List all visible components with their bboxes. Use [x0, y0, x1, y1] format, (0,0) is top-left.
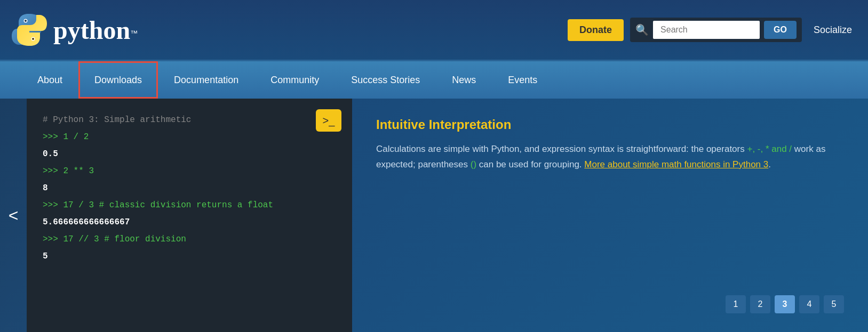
page-button-1[interactable]: 1: [726, 295, 746, 313]
page-button-5[interactable]: 5: [824, 295, 844, 313]
nav-item-documentation[interactable]: Documentation: [158, 61, 254, 99]
nav-item-about[interactable]: About: [21, 61, 78, 99]
code-line-4: >>> 2 ** 3: [43, 165, 336, 177]
code-line-8: >>> 17 // 3 # floor division: [43, 233, 336, 246]
panel-link[interactable]: More about simple math functions in Pyth…: [584, 159, 768, 169]
header-right: Donate 🔍 GO Socialize: [568, 18, 857, 42]
terminal-button[interactable]: >_: [316, 109, 341, 132]
socialize-button[interactable]: Socialize: [808, 20, 857, 40]
panel-parens: (): [471, 159, 476, 169]
panel-title: Intuitive Interpretation: [376, 117, 844, 132]
panel-description: Calculations are simple with Python, and…: [376, 142, 844, 173]
page-button-4[interactable]: 4: [799, 295, 819, 313]
main-content: < >_ # Python 3: Simple arithmetic >>> 1…: [0, 99, 868, 332]
code-panel: >_ # Python 3: Simple arithmetic >>> 1 /…: [27, 99, 352, 332]
search-icon: 🔍: [635, 23, 649, 36]
nav-item-success-stories[interactable]: Success Stories: [335, 61, 436, 99]
info-panel: Intuitive Interpretation Calculations ar…: [352, 99, 868, 332]
svg-point-1: [25, 20, 27, 22]
page-button-3[interactable]: 3: [775, 295, 795, 313]
code-line-9: 5: [43, 250, 336, 263]
left-arrow-button[interactable]: <: [0, 99, 27, 332]
go-button[interactable]: GO: [764, 21, 797, 39]
donate-button[interactable]: Donate: [568, 19, 624, 41]
nav-item-news[interactable]: News: [436, 61, 492, 99]
code-line-5: 8: [43, 182, 336, 195]
pagination: 1 2 3 4 5: [376, 295, 844, 313]
svg-point-3: [32, 38, 34, 40]
header: python™ Donate 🔍 GO Socialize: [0, 0, 868, 61]
search-input[interactable]: [653, 21, 760, 39]
logo-area: python™: [11, 11, 138, 48]
code-line-6: >>> 17 / 3 # classic division returns a …: [43, 199, 336, 212]
search-area: 🔍 GO: [630, 18, 802, 42]
nav-item-downloads[interactable]: Downloads: [78, 61, 158, 99]
page-button-2[interactable]: 2: [750, 295, 770, 313]
nav-item-community[interactable]: Community: [254, 61, 335, 99]
python-logo-icon: [11, 11, 48, 48]
panel-text-3: can be used for grouping.: [476, 159, 584, 169]
nav-item-events[interactable]: Events: [492, 61, 553, 99]
panel-operators: +, -, * and /: [747, 144, 792, 154]
nav-bar: About Downloads Documentation Community …: [0, 61, 868, 99]
panel-text-1: Calculations are simple with Python, and…: [376, 144, 747, 154]
code-line-1: # Python 3: Simple arithmetic: [43, 114, 336, 126]
code-line-7: 5.666666666666667: [43, 216, 336, 229]
code-line-2: >>> 1 / 2: [43, 131, 336, 143]
logo-text: python™: [53, 15, 138, 45]
panel-text-4: .: [768, 159, 771, 169]
code-line-3: 0.5: [43, 148, 336, 160]
